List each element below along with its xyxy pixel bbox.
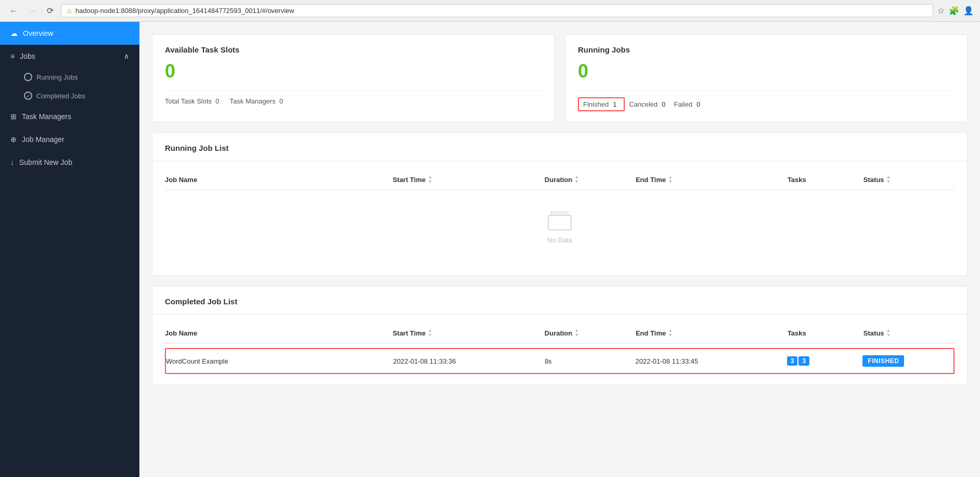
sidebar-task-managers-label: Task Managers xyxy=(22,112,71,121)
available-task-slots-value: 0 xyxy=(165,60,541,82)
sort-duration-running[interactable]: ▲▼ xyxy=(574,175,579,184)
running-job-list-title: Running Job List xyxy=(165,144,955,152)
sidebar-item-running-jobs[interactable]: Running Jobs xyxy=(0,68,139,86)
main-content: Available Task Slots 0 Total Task Slots … xyxy=(139,22,980,477)
tasks-badges: 3 3 xyxy=(787,356,863,366)
table-row[interactable]: WordCount Example 2022-01-08 11:33:36 8s… xyxy=(165,348,955,374)
sort-end-time-running[interactable]: ▲▼ xyxy=(668,175,673,184)
task-managers-stat: Task Managers 0 xyxy=(230,97,283,105)
url-bar[interactable]: ⚠ hadoop-node1:8088/proxy/application_16… xyxy=(61,4,933,17)
sort-status-running[interactable]: ▲▼ xyxy=(886,175,891,184)
running-job-list-section: Running Job List Job Name Start Time ▲▼ … xyxy=(152,133,968,276)
security-warning-icon: ⚠ xyxy=(67,7,72,15)
canceled-label: Canceled xyxy=(629,100,657,108)
failed-count-item[interactable]: Failed 0 xyxy=(674,97,709,111)
total-task-slots-label: Total Task Slots xyxy=(165,97,212,105)
no-data-icon xyxy=(547,211,572,232)
duration-cell: 8s xyxy=(545,357,636,365)
sidebar-item-completed-jobs[interactable]: ✓ Completed Jobs xyxy=(0,86,139,105)
sort-duration-completed[interactable]: ▲▼ xyxy=(574,328,579,338)
completed-job-table-header: Job Name Start Time ▲▼ Duration ▲▼ End T… xyxy=(165,323,955,344)
sidebar-completed-jobs-label: Completed Jobs xyxy=(36,92,85,100)
app-container: ☁ Overview ≡ Jobs ∧ Running Jobs ✓ Compl… xyxy=(0,22,980,477)
extensions-icon[interactable]: 🧩 xyxy=(949,6,959,16)
sidebar-item-task-managers[interactable]: ⊞ Task Managers xyxy=(0,105,139,128)
canceled-value: 0 xyxy=(662,100,665,108)
sidebar-jobs-section[interactable]: ≡ Jobs ∧ xyxy=(0,45,139,68)
running-job-table-header: Job Name Start Time ▲▼ Duration ▲▼ End T… xyxy=(165,170,955,190)
running-jobs-card: Running Jobs 0 Finished 1 Canceled 0 Fai… xyxy=(565,34,968,122)
finished-count-item[interactable]: Finished 1 xyxy=(578,97,625,111)
url-text: hadoop-node1:8088/proxy/application_1641… xyxy=(75,7,294,15)
overview-icon: ☁ xyxy=(10,29,18,37)
task-managers-stat-label: Task Managers xyxy=(230,97,276,105)
th-start-time-completed: Start Time ▲▼ xyxy=(393,328,545,338)
browser-chrome: ← → ⟳ ⚠ hadoop-node1:8088/proxy/applicat… xyxy=(0,0,980,22)
sort-start-time-completed[interactable]: ▲▼ xyxy=(428,328,432,338)
sidebar-job-manager-label: Job Manager xyxy=(22,135,65,144)
submit-icon: ↓ xyxy=(10,158,14,166)
chevron-up-icon: ∧ xyxy=(124,52,129,60)
th-job-name-running: Job Name xyxy=(165,175,393,184)
browser-toolbar-icons: ☆ 🧩 👤 xyxy=(937,6,974,16)
running-jobs-title: Running Jobs xyxy=(578,45,955,54)
th-tasks-running: Tasks xyxy=(788,175,863,184)
th-tasks-completed: Tasks xyxy=(788,328,863,338)
section-divider xyxy=(152,161,967,161)
canceled-count-item[interactable]: Canceled 0 xyxy=(629,97,674,111)
th-end-time-running: End Time ▲▼ xyxy=(636,175,788,184)
reload-button[interactable]: ⟳ xyxy=(44,5,57,17)
start-time-cell: 2022-01-08 11:33:36 xyxy=(393,357,545,365)
svg-rect-0 xyxy=(548,215,571,230)
sidebar-item-job-manager[interactable]: ⊕ Job Manager xyxy=(0,128,139,151)
running-jobs-value: 0 xyxy=(578,60,955,82)
tasks-cell: 3 3 xyxy=(787,356,863,366)
svg-rect-1 xyxy=(551,211,568,215)
status-badge: FINISHED xyxy=(862,355,904,367)
end-time-cell: 2022-01-08 11:33:45 xyxy=(636,357,787,365)
total-task-slots-stat: Total Task Slots 0 xyxy=(165,97,220,105)
sidebar-item-submit-new-job[interactable]: ↓ Submit New Job xyxy=(0,151,139,174)
back-button[interactable]: ← xyxy=(6,5,21,17)
th-duration-completed: Duration ▲▼ xyxy=(545,328,636,338)
jobs-icon: ≡ xyxy=(10,52,15,60)
failed-value: 0 xyxy=(697,100,700,108)
task-slots-stats: Total Task Slots 0 Task Managers 0 xyxy=(165,91,541,105)
running-jobs-icon xyxy=(24,73,32,81)
th-status-completed: Status ▲▼ xyxy=(863,328,955,338)
star-icon[interactable]: ☆ xyxy=(937,6,945,16)
finished-label: Finished xyxy=(583,100,609,108)
completed-section-divider xyxy=(152,314,967,315)
sidebar-running-jobs-label: Running Jobs xyxy=(36,73,78,81)
task-managers-stat-value: 0 xyxy=(279,97,283,105)
completed-jobs-icon: ✓ xyxy=(24,92,32,100)
available-task-slots-card: Available Task Slots 0 Total Task Slots … xyxy=(152,34,555,122)
failed-label: Failed xyxy=(674,100,692,108)
sidebar-jobs-label: Jobs xyxy=(20,52,35,60)
sidebar-overview-label: Overview xyxy=(23,29,53,37)
no-data-running: No Data xyxy=(165,190,955,265)
total-task-slots-value: 0 xyxy=(215,97,219,105)
th-end-time-completed: End Time ▲▼ xyxy=(636,328,788,338)
task-badge-a: 3 xyxy=(787,356,798,366)
sort-status-completed[interactable]: ▲▼ xyxy=(886,328,891,338)
job-name-cell: WordCount Example xyxy=(166,357,393,365)
th-duration-running: Duration ▲▼ xyxy=(545,175,636,184)
status-cell: FINISHED xyxy=(862,355,953,367)
sidebar: ☁ Overview ≡ Jobs ∧ Running Jobs ✓ Compl… xyxy=(0,22,139,477)
sort-end-time-completed[interactable]: ▲▼ xyxy=(668,328,673,338)
finished-value: 1 xyxy=(613,100,616,108)
no-data-text: No Data xyxy=(547,236,572,244)
th-job-name-completed: Job Name xyxy=(165,328,393,338)
cards-row: Available Task Slots 0 Total Task Slots … xyxy=(152,34,968,122)
sort-start-time-running[interactable]: ▲▼ xyxy=(428,175,432,184)
job-counts-row: Finished 1 Canceled 0 Failed 0 xyxy=(578,91,955,111)
th-status-running: Status ▲▼ xyxy=(863,175,955,184)
task-managers-icon: ⊞ xyxy=(10,112,17,121)
th-start-time-running: Start Time ▲▼ xyxy=(393,175,545,184)
completed-job-list-section: Completed Job List Job Name Start Time ▲… xyxy=(152,286,968,385)
completed-job-list-title: Completed Job List xyxy=(165,297,955,306)
profile-icon[interactable]: 👤 xyxy=(963,6,974,16)
forward-button[interactable]: → xyxy=(25,5,40,17)
sidebar-item-overview[interactable]: ☁ Overview xyxy=(0,22,139,45)
